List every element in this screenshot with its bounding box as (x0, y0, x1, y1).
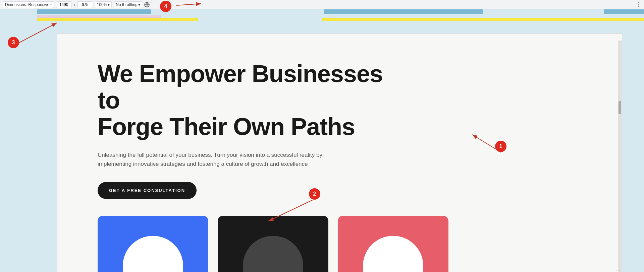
left-panel (0, 27, 57, 272)
preview-content: We Empower Businesses to Forge Their Own… (57, 34, 622, 272)
annotation-1: 1 (495, 141, 506, 152)
card-row (98, 216, 582, 272)
ruler-yellow-1 (37, 18, 198, 21)
ruler-pink-1 (37, 15, 161, 18)
ruler-yellow-2 (322, 18, 644, 21)
dimensions-dropdown[interactable]: Dimensions: Responsive ▾ (3, 1, 54, 8)
ruler-blue-2 (324, 9, 483, 14)
annotation-3: 3 (8, 37, 19, 48)
dimensions-label: Dimensions: Responsive (5, 2, 49, 7)
card-blue (98, 216, 208, 272)
card-black (218, 216, 328, 272)
dimensions-separator: x (73, 3, 75, 7)
right-panel (626, 27, 644, 272)
ruler-blue-1 (37, 9, 151, 14)
throttle-chevron: ▾ (138, 2, 140, 7)
throttle-label: No throttling (116, 2, 138, 7)
toolbar-controls: Dimensions: Responsive ▾ x 100% ▾ No thr… (3, 1, 634, 8)
cta-button[interactable]: GET A FREE CONSULTATION (98, 182, 197, 199)
card-black-arch (243, 236, 303, 272)
scrollbar-track (618, 41, 622, 272)
hero-subtitle: Unleashing the full potential of your bu… (98, 150, 336, 168)
zoom-dropdown[interactable]: 100% ▾ (95, 1, 112, 8)
ruler-area (0, 9, 644, 27)
hero-title: We Empower Businesses to Forge Their Own… (98, 61, 399, 140)
width-input[interactable] (56, 1, 71, 8)
resize-icon: ⋮⋮ (614, 268, 621, 271)
network-conditions-icon[interactable] (144, 2, 150, 7)
dimensions-chevron: ▾ (50, 3, 52, 6)
throttle-dropdown[interactable]: No throttling ▾ (114, 1, 142, 8)
more-options-button[interactable]: ⋮ (636, 1, 641, 8)
zoom-label: 100% (97, 2, 107, 7)
ruler-blue-3 (604, 9, 644, 14)
devtools-toolbar: Dimensions: Responsive ▾ x 100% ▾ No thr… (0, 0, 644, 9)
toolbar-right: ⋮ (636, 1, 641, 8)
height-input[interactable] (77, 1, 93, 8)
resize-handle[interactable]: ⋮⋮ (617, 267, 622, 272)
card-red (338, 216, 448, 272)
zoom-chevron: ▾ (108, 2, 110, 7)
canvas-area: We Empower Businesses to Forge Their Own… (57, 27, 626, 272)
card-red-arch (363, 236, 423, 272)
card-blue-arch (123, 236, 183, 272)
preview-frame: We Empower Businesses to Forge Their Own… (57, 33, 622, 272)
annotation-4: 4 (160, 1, 171, 12)
scrollbar-handle[interactable] (619, 101, 621, 114)
annotation-2: 2 (309, 188, 320, 200)
